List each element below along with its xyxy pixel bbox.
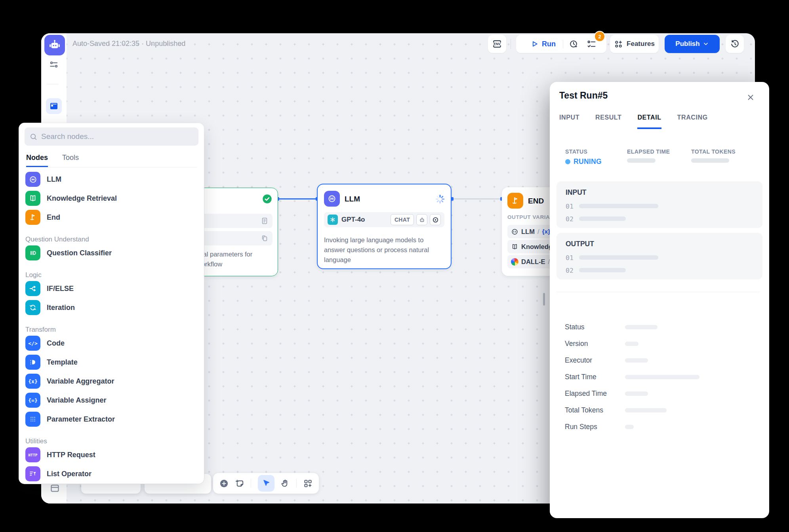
env-button[interactable]: ENV	[488, 35, 506, 53]
node-item-parameter-extractor[interactable]: Parameter Extractor	[25, 410, 198, 429]
meta-start-time-label: Start Time	[565, 373, 597, 381]
elapsed-time-label: ELAPSED TIME	[627, 148, 670, 155]
search-icon	[29, 133, 38, 141]
llm-node-description: Invoking large language models to answer…	[324, 235, 445, 264]
output-row-number: 02	[566, 267, 574, 274]
meta-version-placeholder	[625, 342, 638, 346]
http-request-icon: HTTP	[25, 447, 40, 462]
publish-button[interactable]: Publish	[665, 35, 720, 53]
node-item-knowledge-retrieval[interactable]: Knowledge Retrieval	[25, 189, 198, 208]
node-item-variable-assigner[interactable]: {=} Variable Assigner	[25, 391, 198, 410]
section-logic: Logic	[25, 268, 198, 279]
llm-node-title: LLM	[345, 195, 360, 203]
tab-nodes[interactable]: Nodes	[26, 151, 48, 167]
running-spinner-icon	[435, 194, 445, 204]
run-history-icon[interactable]	[563, 39, 584, 49]
play-icon	[531, 40, 539, 48]
tab-tracing[interactable]: TRACING	[677, 114, 708, 129]
node-search-panel: Search nodes... Nodes Tools LLM Knowledg…	[19, 123, 204, 484]
node-item-list-operator[interactable]: List Operator	[25, 464, 198, 483]
meta-executor-placeholder	[625, 358, 648, 363]
node-item-question-classifier[interactable]: Question Classifier	[25, 243, 198, 262]
node-item-http-request[interactable]: HTTP HTTP Request	[25, 445, 198, 464]
tab-input[interactable]: INPUT	[559, 114, 579, 129]
tab-detail[interactable]: DETAIL	[637, 114, 661, 129]
app-robot-icon[interactable]	[44, 35, 65, 55]
workflow-settings-icon[interactable]	[49, 59, 59, 70]
toolbar-divider-2	[296, 479, 297, 488]
add-node-button[interactable]	[219, 479, 229, 488]
output-row-number: 01	[566, 254, 574, 262]
tab-result[interactable]: RESULT	[595, 114, 621, 129]
iteration-icon	[25, 300, 40, 315]
eye-icon	[432, 217, 439, 223]
input-title: INPUT	[566, 188, 587, 197]
node-item-if-else[interactable]: IF/ELSE	[25, 279, 198, 298]
chevron-down-icon	[703, 41, 709, 47]
section-transform: Transform	[25, 323, 198, 334]
features-button[interactable]: Features	[610, 35, 659, 53]
meta-elapsed-time-label: Elapsed Time	[565, 390, 607, 398]
node-item-end[interactable]: End	[25, 208, 198, 227]
toolbar-divider-1	[251, 479, 251, 488]
cursor-icon	[262, 479, 271, 488]
hand-icon	[281, 479, 290, 488]
running-dot-icon	[565, 159, 570, 164]
end-node-title: END	[528, 197, 544, 205]
node-item-iteration[interactable]: Iteration	[25, 298, 198, 317]
meta-status-label: Status	[565, 323, 585, 331]
robot-icon	[48, 38, 61, 52]
node-item-template[interactable]: Template	[25, 353, 198, 372]
sidebar-divider	[47, 84, 59, 84]
close-icon[interactable]	[746, 93, 755, 102]
total-tokens-label: TOTAL TOKENS	[691, 148, 736, 155]
run-group: Run	[516, 35, 606, 53]
search-input[interactable]: Search nodes...	[25, 127, 198, 146]
section-utilities: Utilities	[25, 434, 198, 445]
input-placeholder-1	[579, 204, 658, 208]
status-value: RUNING	[565, 158, 602, 166]
organize-blocks-button[interactable]	[303, 479, 313, 488]
run-button[interactable]: Run	[524, 40, 563, 48]
meta-start-time-placeholder	[625, 375, 699, 379]
dalle-icon	[511, 258, 518, 266]
autosave-status: Auto-Saved 21:02:35 · Unpublished	[72, 40, 185, 48]
openai-icon	[328, 215, 338, 225]
node-item-llm[interactable]: LLM	[25, 170, 198, 189]
pointer-mode-button[interactable]	[258, 475, 274, 492]
meta-version-label: Version	[565, 340, 588, 348]
status-label: STATUS	[565, 148, 587, 155]
list-operator-icon	[25, 466, 40, 481]
llm-model-row[interactable]: GPT-4o CHAT	[324, 212, 444, 227]
organize-icon	[303, 479, 313, 488]
vision-badge	[430, 214, 441, 225]
meta-total-tokens-placeholder	[625, 408, 667, 412]
test-run-title: Test Run#5	[559, 90, 608, 101]
total-tokens-placeholder	[691, 158, 729, 163]
document-icon	[261, 217, 269, 225]
version-history-button[interactable]	[726, 35, 744, 53]
node-item-variable-aggregator[interactable]: {x} Variable Aggregator	[25, 372, 198, 391]
notification-badge: 2	[594, 31, 605, 42]
add-note-button[interactable]	[235, 479, 244, 488]
output-placeholder-1	[579, 255, 658, 260]
meta-elapsed-time-placeholder	[625, 391, 648, 396]
meta-total-tokens-label: Total Tokens	[565, 406, 603, 414]
node-item-code[interactable]: </> Code	[25, 334, 198, 353]
sidebar-item-bottom[interactable]	[50, 483, 60, 494]
parameter-extractor-icon	[25, 412, 40, 427]
hand-mode-button[interactable]	[281, 479, 290, 488]
output-title: OUTPUT	[566, 240, 594, 248]
test-run-panel	[550, 82, 769, 518]
add-note-icon	[235, 479, 244, 488]
sidebar-item-panel[interactable]	[46, 98, 62, 114]
llm-node-icon	[324, 191, 340, 207]
question-classifier-icon	[25, 245, 40, 260]
output-card: OUTPUT 01 02	[556, 233, 762, 279]
panel-resize-handle[interactable]	[543, 293, 545, 306]
meta-executor-label: Executor	[565, 356, 592, 365]
test-run-tabs: INPUT RESULT DETAIL TRACING	[559, 114, 708, 129]
llm-icon	[25, 172, 40, 187]
tab-tools[interactable]: Tools	[62, 151, 79, 167]
end-node-icon	[507, 193, 523, 209]
